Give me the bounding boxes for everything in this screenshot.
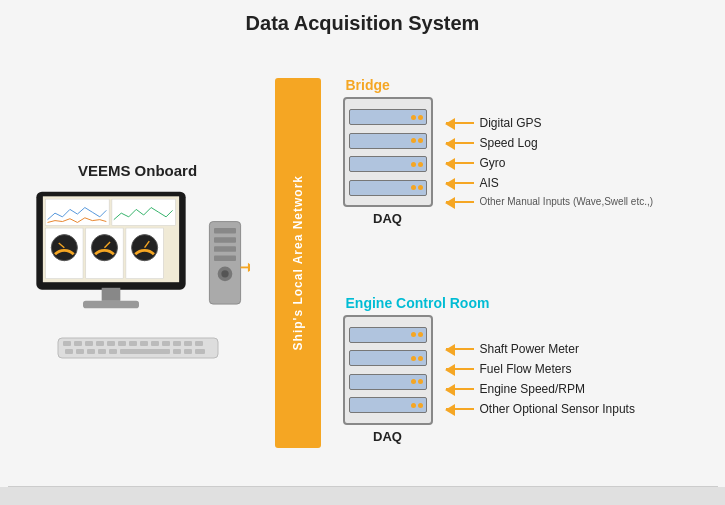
engine-section: Engine Control Room DAQ Shaft Power Mete… bbox=[338, 295, 718, 448]
bridge-daq-box bbox=[343, 97, 433, 207]
arrow-gyro bbox=[446, 162, 474, 164]
svg-rect-38 bbox=[65, 349, 73, 354]
bridge-input-manual: Other Manual Inputs (Wave,Swell etc.,) bbox=[446, 196, 718, 207]
gyro-label: Gyro bbox=[480, 156, 506, 170]
bottom-bar bbox=[0, 487, 725, 505]
engine-daq-label: DAQ bbox=[373, 429, 402, 444]
bridge-title: Bridge bbox=[346, 77, 718, 93]
bridge-daq-label: DAQ bbox=[373, 211, 402, 226]
svg-rect-25 bbox=[63, 341, 71, 346]
monitor-container bbox=[26, 187, 250, 327]
bridge-input-gyro: Gyro bbox=[446, 156, 718, 170]
bridge-input-gps: Digital GPS bbox=[446, 116, 718, 130]
svg-point-8 bbox=[91, 235, 117, 261]
speed-label: Engine Speed/RPM bbox=[480, 382, 585, 396]
network-bar: Ship's Local Area Network bbox=[275, 78, 321, 448]
engine-input-optional: Other Optional Sensor Inputs bbox=[446, 402, 718, 416]
engine-input-fuel: Fuel Flow Meters bbox=[446, 362, 718, 376]
svg-rect-31 bbox=[129, 341, 137, 346]
engine-input-speed: Engine Speed/RPM bbox=[446, 382, 718, 396]
main-content: VEEMS Onboard bbox=[8, 43, 718, 482]
ais-label: AIS bbox=[480, 176, 499, 190]
svg-rect-30 bbox=[118, 341, 126, 346]
svg-rect-45 bbox=[184, 349, 192, 354]
svg-rect-29 bbox=[107, 341, 115, 346]
page-title: Data Acquisition System bbox=[246, 12, 480, 35]
svg-rect-2 bbox=[45, 199, 108, 225]
svg-rect-16 bbox=[214, 228, 236, 234]
svg-rect-33 bbox=[151, 341, 159, 346]
engine-inputs-list: Shaft Power Meter Fuel Flow Meters Engin… bbox=[446, 339, 718, 419]
svg-rect-46 bbox=[195, 349, 205, 354]
arrow-optional bbox=[446, 408, 474, 410]
keyboard-svg bbox=[53, 333, 223, 363]
network-bar-label: Ship's Local Area Network bbox=[291, 175, 305, 350]
svg-point-11 bbox=[131, 235, 157, 261]
arrow-ais bbox=[446, 182, 474, 184]
svg-rect-13 bbox=[101, 288, 120, 301]
svg-rect-28 bbox=[96, 341, 104, 346]
svg-rect-14 bbox=[83, 301, 139, 308]
svg-rect-35 bbox=[173, 341, 181, 346]
svg-rect-37 bbox=[195, 341, 203, 346]
manual-label: Other Manual Inputs (Wave,Swell etc.,) bbox=[480, 196, 654, 207]
arrow-manual bbox=[446, 201, 474, 203]
engine-daq-image: DAQ bbox=[338, 315, 438, 444]
svg-rect-41 bbox=[98, 349, 106, 354]
left-section: VEEMS Onboard bbox=[8, 43, 268, 482]
server-tower-svg bbox=[200, 217, 250, 327]
svg-rect-39 bbox=[76, 349, 84, 354]
shaft-label: Shaft Power Meter bbox=[480, 342, 579, 356]
svg-point-5 bbox=[51, 235, 77, 261]
engine-input-shaft: Shaft Power Meter bbox=[446, 342, 718, 356]
arrow-speedlog bbox=[446, 142, 474, 144]
bridge-input-ais: AIS bbox=[446, 176, 718, 190]
svg-rect-3 bbox=[111, 199, 174, 225]
monitor-svg bbox=[26, 187, 196, 327]
svg-point-21 bbox=[221, 270, 228, 277]
bridge-daq-block: DAQ Digital GPS Speed Log Gyro bbox=[338, 97, 718, 226]
svg-rect-42 bbox=[109, 349, 117, 354]
center-bar-container: Ship's Local Area Network bbox=[268, 43, 328, 482]
right-section: Bridge DAQ Digital GPS bbox=[328, 43, 718, 482]
svg-rect-17 bbox=[214, 237, 236, 243]
arrow-gps bbox=[446, 122, 474, 124]
optional-label: Other Optional Sensor Inputs bbox=[480, 402, 635, 416]
arrow-fuel bbox=[446, 368, 474, 370]
veems-label: VEEMS Onboard bbox=[78, 162, 197, 179]
engine-daq-block: DAQ Shaft Power Meter Fuel Flow Meters E… bbox=[338, 315, 718, 444]
speedlog-label: Speed Log bbox=[480, 136, 538, 150]
svg-rect-18 bbox=[214, 246, 236, 252]
arrow-shaft bbox=[446, 348, 474, 350]
bridge-input-speedlog: Speed Log bbox=[446, 136, 718, 150]
svg-rect-36 bbox=[184, 341, 192, 346]
svg-rect-32 bbox=[140, 341, 148, 346]
svg-rect-24 bbox=[58, 338, 218, 358]
svg-rect-34 bbox=[162, 341, 170, 346]
arrow-speed bbox=[446, 388, 474, 390]
fuel-label: Fuel Flow Meters bbox=[480, 362, 572, 376]
svg-rect-26 bbox=[74, 341, 82, 346]
bridge-daq-image: DAQ bbox=[338, 97, 438, 226]
svg-rect-27 bbox=[85, 341, 93, 346]
svg-rect-43 bbox=[120, 349, 170, 354]
bridge-inputs-list: Digital GPS Speed Log Gyro AIS bbox=[446, 113, 718, 210]
svg-rect-19 bbox=[214, 256, 236, 262]
svg-rect-40 bbox=[87, 349, 95, 354]
svg-rect-44 bbox=[173, 349, 181, 354]
gps-label: Digital GPS bbox=[480, 116, 542, 130]
svg-marker-23 bbox=[247, 263, 249, 272]
bridge-section: Bridge DAQ Digital GPS bbox=[338, 77, 718, 230]
engine-daq-box bbox=[343, 315, 433, 425]
svg-rect-15 bbox=[209, 222, 240, 305]
engine-title: Engine Control Room bbox=[346, 295, 718, 311]
